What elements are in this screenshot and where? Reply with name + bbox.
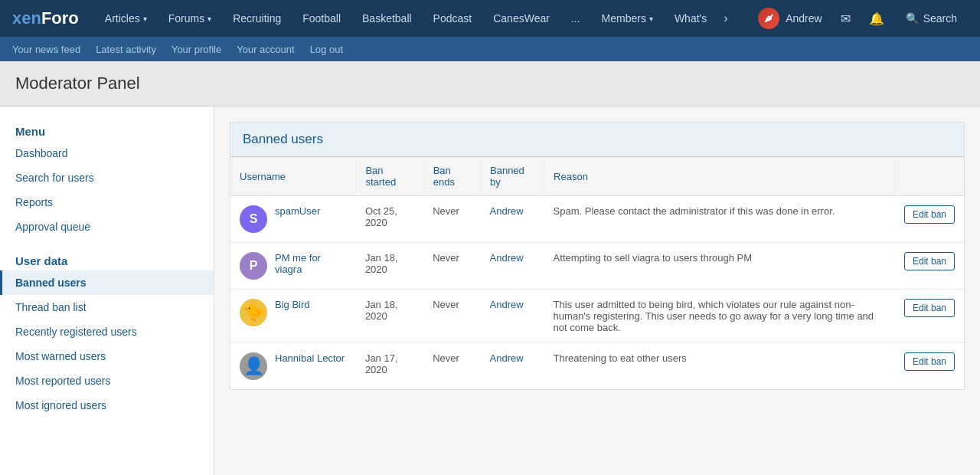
username-cell: 👤 Hannibal Lector: [230, 343, 356, 390]
reason-cell: This user admitted to being bird, which …: [544, 290, 895, 343]
sidebar-item-recently-registered[interactable]: Recently registered users: [0, 319, 214, 344]
avatar: 👤: [240, 352, 267, 380]
sidebar: Menu Dashboard Search for users Reports …: [0, 106, 214, 475]
action-cell: Edit ban: [895, 343, 964, 390]
logo-foro: Foro: [41, 8, 79, 28]
banned-by-link[interactable]: Andrew: [490, 205, 524, 217]
table-row: 👤 Hannibal Lector Jan 17, 2020 Never And…: [230, 343, 964, 390]
nav-members[interactable]: Members ▾: [591, 0, 664, 37]
chevron-down-icon: ▾: [207, 15, 211, 23]
sidebar-menu-title: Menu: [0, 119, 214, 141]
col-banned-by: Banned by: [481, 157, 544, 196]
username-cell: S spamUser: [230, 196, 356, 243]
sidebar-user-data-title: User data: [0, 248, 214, 270]
sidebar-item-search-users[interactable]: Search for users: [0, 165, 214, 190]
main-layout: Menu Dashboard Search for users Reports …: [0, 106, 980, 475]
edit-ban-button[interactable]: Edit ban: [904, 205, 955, 224]
username-cell: P PM me for viagra: [230, 243, 356, 290]
chevron-right-icon: ›: [724, 11, 727, 25]
nav-forums[interactable]: Forums ▾: [158, 0, 222, 37]
ban-started-cell: Jan 18, 2020: [356, 290, 423, 343]
ban-table: Username Ban started Ban ends Banned by …: [230, 157, 964, 389]
col-username: Username: [230, 157, 356, 196]
username-link[interactable]: spamUser: [275, 205, 320, 217]
ban-started-cell: Jan 17, 2020: [356, 343, 423, 390]
user-menu[interactable]: 🌶 Andrew: [750, 8, 829, 29]
chevron-down-icon: ▾: [143, 15, 147, 23]
sidebar-item-thread-ban-list[interactable]: Thread ban list: [0, 295, 214, 319]
nav-caneswear[interactable]: CanesWear: [482, 0, 560, 37]
banned-by-cell: Andrew: [481, 196, 544, 243]
banned-by-cell: Andrew: [481, 343, 544, 390]
username-label: Andrew: [786, 12, 822, 25]
edit-ban-button[interactable]: Edit ban: [904, 252, 955, 270]
nav-basketball[interactable]: Basketball: [351, 0, 423, 37]
nav-football[interactable]: Football: [292, 0, 351, 37]
banned-users-panel: Banned users Username Ban started Ban en…: [230, 122, 965, 390]
notifications-icon[interactable]: 🔔: [861, 0, 892, 37]
avatar: P: [240, 252, 267, 280]
sub-navigation: Your news feed Latest activity Your prof…: [0, 37, 980, 61]
subnav-latest-activity[interactable]: Latest activity: [96, 44, 156, 55]
banned-by-cell: Andrew: [481, 243, 544, 290]
nav-expand-icon[interactable]: ›: [717, 0, 733, 37]
nav-articles[interactable]: Articles ▾: [94, 0, 158, 37]
logo-xen: xen: [12, 8, 41, 28]
panel-title: Banned users: [243, 132, 952, 147]
avatar: 🐤: [240, 299, 267, 326]
username-link[interactable]: PM me for viagra: [275, 252, 347, 275]
col-ban-started: Ban started: [356, 157, 423, 196]
sidebar-item-most-ignored[interactable]: Most ignored users: [0, 393, 214, 418]
ban-ends-cell: Never: [423, 343, 480, 390]
table-row: 🐤 Big Bird Jan 18, 2020 Never Andrew Thi…: [230, 290, 964, 343]
page-header: Moderator Panel: [0, 61, 980, 106]
ban-started-cell: Jan 18, 2020: [356, 243, 423, 290]
table-row: P PM me for viagra Jan 18, 2020 Never An…: [230, 243, 964, 290]
sidebar-item-most-warned[interactable]: Most warned users: [0, 344, 214, 369]
chevron-down-icon: ▾: [649, 15, 653, 23]
site-logo[interactable]: xenForo: [12, 8, 79, 28]
banned-by-link[interactable]: Andrew: [490, 299, 524, 310]
top-navigation: xenForo Articles ▾ Forums ▾ Recruiting F…: [0, 0, 980, 37]
nav-right: 🌶 Andrew ✉ 🔔 🔍 Search: [750, 0, 968, 37]
banned-by-link[interactable]: Andrew: [490, 352, 524, 364]
ban-started-cell: Oct 25, 2020: [356, 196, 423, 243]
subnav-profile[interactable]: Your profile: [172, 44, 221, 55]
nav-podcast[interactable]: Podcast: [423, 0, 483, 37]
banned-by-link[interactable]: Andrew: [490, 252, 524, 264]
action-cell: Edit ban: [895, 243, 964, 290]
subnav-account[interactable]: Your account: [237, 44, 294, 55]
avatar: S: [240, 205, 267, 233]
nav-items: Articles ▾ Forums ▾ Recruiting Football …: [94, 0, 750, 37]
nav-more-dots[interactable]: ...: [560, 0, 591, 37]
ban-ends-cell: Never: [423, 243, 480, 290]
username-cell: 🐤 Big Bird: [230, 290, 356, 343]
search-icon: 🔍: [906, 12, 919, 25]
col-ban-ends: Ban ends: [423, 157, 480, 196]
subnav-logout[interactable]: Log out: [310, 44, 343, 55]
reason-cell: Spam. Please contact the administrator i…: [544, 196, 895, 243]
ban-ends-cell: Never: [423, 196, 480, 243]
username-link[interactable]: Hannibal Lector: [275, 352, 345, 364]
page-title: Moderator Panel: [15, 74, 965, 93]
banned-by-cell: Andrew: [481, 290, 544, 343]
subnav-newsfeed[interactable]: Your news feed: [12, 44, 80, 55]
sidebar-item-most-reported[interactable]: Most reported users: [0, 369, 214, 393]
sidebar-item-dashboard[interactable]: Dashboard: [0, 141, 214, 165]
col-actions: [895, 157, 964, 196]
col-reason: Reason: [544, 157, 895, 196]
reason-cell: Attempting to sell viagra to users throu…: [544, 243, 895, 290]
action-cell: Edit ban: [895, 196, 964, 243]
panel-header: Banned users: [230, 123, 964, 157]
messages-icon[interactable]: ✉: [833, 0, 858, 37]
edit-ban-button[interactable]: Edit ban: [904, 299, 955, 317]
nav-recruiting[interactable]: Recruiting: [222, 0, 292, 37]
edit-ban-button[interactable]: Edit ban: [904, 352, 955, 371]
sidebar-item-approval-queue[interactable]: Approval queue: [0, 215, 214, 239]
content-area: Banned users Username Ban started Ban en…: [214, 106, 980, 475]
search-button[interactable]: 🔍 Search: [895, 0, 968, 37]
nav-whats[interactable]: What's: [664, 0, 717, 37]
username-link[interactable]: Big Bird: [275, 299, 310, 310]
sidebar-item-reports[interactable]: Reports: [0, 190, 214, 215]
sidebar-item-banned-users[interactable]: Banned users: [0, 270, 214, 295]
